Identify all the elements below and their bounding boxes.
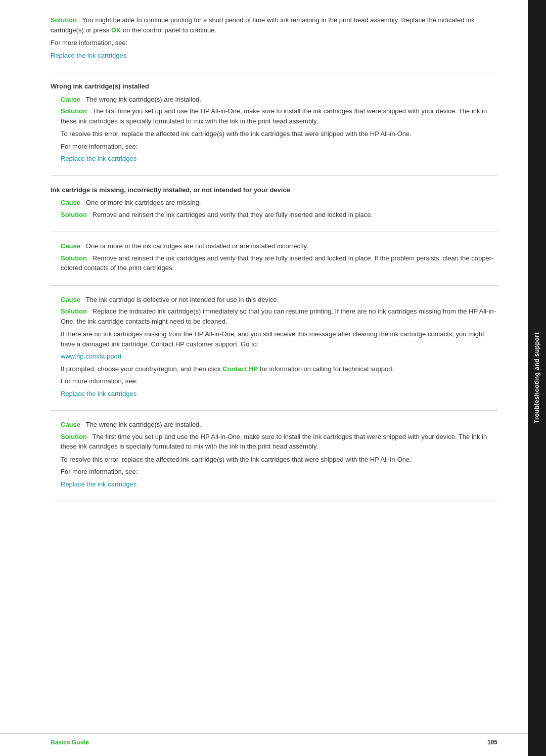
contact-hp-label: Contact HP [222, 365, 258, 373]
replace-cartridges-link-2a[interactable]: Replace the ink cartridges [61, 155, 136, 162]
contact-hp-para: If prompted, choose your country/region,… [61, 364, 497, 374]
replace-cartridges-link-1[interactable]: Replace the ink cartridges [51, 52, 126, 59]
not-installed-content: Cause One or more of the ink cartridges … [51, 241, 497, 273]
solution-missing-1: Solution Remove and reinsert the ink car… [61, 210, 497, 220]
ok-label: OK [111, 26, 121, 34]
side-tab-label: Troubleshooting and support [533, 332, 540, 423]
main-content: Solution You might be able to continue p… [0, 0, 528, 511]
wrong-cartridge-heading: Wrong ink cartridge(s) installed [51, 81, 497, 92]
solution-not-installed: Solution Remove and reinsert the ink car… [61, 253, 497, 273]
solution-wrong-2: Solution The first time you set up and u… [61, 432, 497, 452]
replace-cartridges-link-3c[interactable]: Replace the ink cartridges [61, 390, 136, 397]
solution-defective: Solution Replace the indicated ink cartr… [61, 306, 497, 326]
cause-defective: Cause The ink cartridge is defective or … [61, 295, 497, 305]
section-wrong-cartridge-2: Cause The wrong ink cartridge(s) are ins… [51, 411, 497, 501]
no-cartridges-missing-1: If there are no ink cartridges missing f… [61, 329, 497, 349]
hp-support-link-block: www.hp.com/support [61, 351, 497, 362]
cause-label-2a: Cause [61, 96, 80, 103]
for-more-info-2a: For more information, see: [61, 142, 497, 152]
section-missing-cartridge: Ink cartridge is missing, incorrectly in… [51, 176, 497, 233]
solution-label-3c: Solution [61, 307, 87, 315]
wrong-cartridge-content: Cause The wrong ink cartridge(s) are ins… [51, 95, 497, 164]
solution-label-4: Solution [61, 433, 87, 440]
for-more-info-1: For more information, see: [51, 38, 497, 48]
cause-label-3a: Cause [61, 199, 80, 206]
resolve-error-4: To resolve this error, replace the affec… [61, 455, 497, 465]
for-more-info-3c: For more information, see: [61, 376, 497, 386]
link-replace-cartridges-1: Replace the ink cartridges [51, 51, 497, 61]
cause-label-4: Cause [61, 421, 80, 428]
solution-para-1: Solution You might be able to continue p… [51, 15, 497, 35]
cause-not-installed: Cause One or more of the ink cartridges … [61, 241, 497, 251]
link-block-2a: Replace the ink cartridges [61, 154, 497, 164]
hp-support-link[interactable]: www.hp.com/support [61, 352, 122, 360]
resolve-error-2a: To resolve this error, replace the affec… [61, 129, 497, 139]
solution-label-1: Solution [51, 16, 77, 24]
section-continuation: Solution You might be able to continue p… [51, 10, 497, 72]
footer-page-number: 105 [487, 739, 497, 746]
missing-cartridge-heading: Ink cartridge is missing, incorrectly in… [51, 185, 497, 195]
section-wrong-cartridge: Wrong ink cartridge(s) installed Cause T… [51, 72, 497, 176]
page-footer: Basics Guide 105 [0, 733, 528, 746]
section-defective-cartridge: Cause The ink cartridge is defective or … [51, 286, 497, 411]
footer-basics-guide: Basics Guide [51, 739, 89, 746]
link-block-3c: Replace the ink cartridges [61, 389, 497, 399]
cause-wrong-2: Cause The wrong ink cartridge(s) are ins… [61, 420, 497, 430]
solution-label-2a: Solution [61, 107, 87, 115]
cause-label-3b: Cause [61, 242, 80, 250]
for-more-info-4: For more information, see: [61, 467, 497, 477]
link-block-4: Replace the ink cartridges [61, 479, 497, 490]
cause-missing-1: Cause One or more ink cartridges are mis… [61, 198, 497, 208]
replace-cartridges-link-4[interactable]: Replace the ink cartridges [61, 480, 136, 488]
missing-cartridge-content-1: Cause One or more ink cartridges are mis… [51, 198, 497, 219]
defective-content: Cause The ink cartridge is defective or … [51, 295, 497, 399]
solution-wrong-1: Solution The first time you set up and u… [61, 106, 497, 126]
page-container: Troubleshooting and support Solution You… [0, 0, 546, 756]
side-tab: Troubleshooting and support [528, 0, 546, 756]
section-not-installed: Cause One or more of the ink cartridges … [51, 232, 497, 286]
cause-label-3c: Cause [61, 296, 80, 303]
solution-label-3a: Solution [61, 211, 87, 218]
wrong-cartridge-content-2: Cause The wrong ink cartridge(s) are ins… [51, 420, 497, 489]
cause-wrong-1: Cause The wrong ink cartridge(s) are ins… [61, 95, 497, 105]
solution-label-3b: Solution [61, 254, 87, 262]
